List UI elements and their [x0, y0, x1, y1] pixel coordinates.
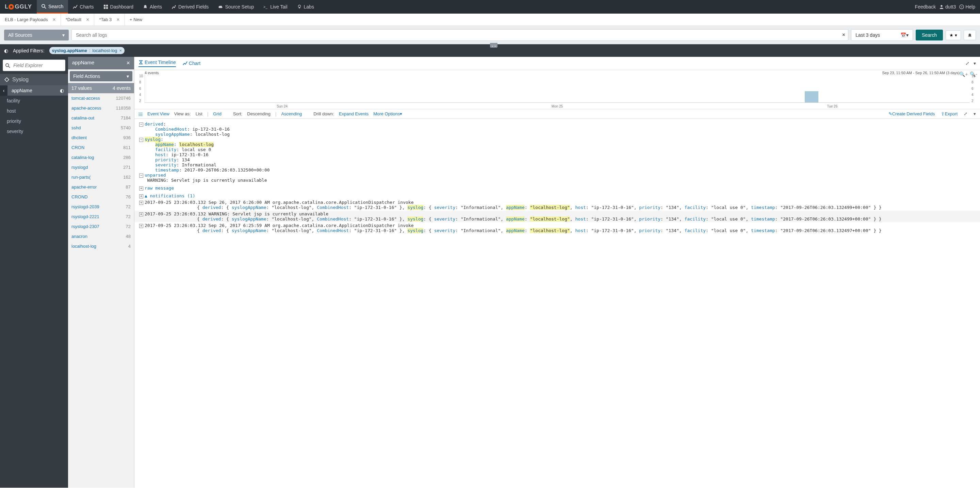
- value-row[interactable]: anacron48: [68, 231, 134, 241]
- value-row[interactable]: tomcat-access120746: [68, 93, 134, 103]
- tab-item[interactable]: *Tab 3×: [94, 14, 124, 25]
- notifications[interactable]: notifications (1): [150, 193, 195, 199]
- value-row[interactable]: rsyslogd-203972: [68, 202, 134, 212]
- value-row[interactable]: rsyslogd-222172: [68, 212, 134, 221]
- collapse-caret-icon[interactable]: ‹: [0, 86, 8, 95]
- view-grid[interactable]: Grid: [213, 111, 221, 116]
- value-count: 4: [128, 244, 130, 249]
- expand-icon[interactable]: +: [139, 224, 143, 228]
- filters-toggle-icon[interactable]: ◐: [4, 48, 8, 53]
- raw-message[interactable]: raw message: [145, 186, 174, 191]
- close-icon[interactable]: ×: [52, 17, 56, 23]
- value-row[interactable]: catalina-out7184: [68, 113, 134, 123]
- chart-icon: [73, 5, 78, 9]
- search-input[interactable]: [72, 29, 848, 41]
- value-name: anacron: [72, 234, 88, 239]
- value-row[interactable]: run-parts(162: [68, 172, 134, 182]
- pin-icon[interactable]: ◐: [60, 88, 64, 93]
- value-count: 162: [123, 175, 130, 180]
- nav-label: Live Tail: [270, 4, 287, 10]
- value-row[interactable]: localhost-log4: [68, 241, 134, 251]
- nav-live-tail[interactable]: >_ Live Tail: [259, 0, 292, 14]
- chevron-down-icon[interactable]: ▾: [974, 111, 976, 116]
- tree-item-appname[interactable]: appName ◐: [8, 86, 68, 95]
- field-explorer-input[interactable]: [3, 60, 65, 71]
- expand-icon[interactable]: +: [139, 194, 143, 199]
- user-menu[interactable]: dutt3: [939, 4, 956, 10]
- value-name: rsyslogd-2039: [72, 204, 99, 209]
- value-row[interactable]: rsyslogd-230772: [68, 221, 134, 231]
- expand-icon[interactable]: +: [139, 186, 143, 191]
- value-row[interactable]: dhclient936: [68, 133, 134, 143]
- tree-item-facility[interactable]: facility: [3, 95, 68, 106]
- search-icon: [41, 4, 46, 9]
- expand-icon[interactable]: +: [139, 201, 143, 205]
- value-row[interactable]: CRON811: [68, 143, 134, 153]
- expand-icon[interactable]: +: [139, 212, 143, 216]
- expand-icon[interactable]: ⤢: [964, 111, 967, 116]
- value-row[interactable]: apache-error87: [68, 182, 134, 192]
- remove-filter-icon[interactable]: ×: [119, 48, 122, 53]
- nav-source-setup[interactable]: Source Setup: [213, 0, 259, 14]
- filter-pill[interactable]: syslog.appName : localhost-log ×: [49, 47, 125, 54]
- favorite-button[interactable]: ★ ▾: [946, 30, 961, 40]
- clear-icon[interactable]: ×: [842, 32, 845, 37]
- value-row[interactable]: apache-access118358: [68, 103, 134, 113]
- view-list[interactable]: List: [196, 111, 202, 116]
- bulb-icon: [297, 5, 302, 9]
- close-icon[interactable]: ×: [126, 60, 130, 67]
- svg-line-1: [45, 7, 46, 8]
- create-derived-fields[interactable]: ✎Create Derived Fields: [888, 111, 935, 116]
- svg-rect-2: [103, 5, 105, 6]
- tab-chart[interactable]: Chart: [183, 60, 200, 66]
- value-row[interactable]: catalina-log286: [68, 153, 134, 162]
- tab-item[interactable]: *Default×: [61, 14, 95, 25]
- expand-icon[interactable]: ⤢: [966, 60, 969, 66]
- search-button[interactable]: Search: [916, 30, 943, 40]
- help-link[interactable]: ? Help: [959, 4, 975, 10]
- chevron-down-icon[interactable]: ▾: [974, 60, 976, 66]
- close-icon[interactable]: ×: [116, 17, 119, 23]
- collapse-icon[interactable]: −: [139, 173, 143, 178]
- chart-bar[interactable]: [805, 91, 818, 102]
- export-button[interactable]: ⇪Export: [941, 111, 958, 116]
- expand-events[interactable]: Expand Events: [339, 111, 369, 116]
- nav-dashboard[interactable]: Dashboard: [99, 0, 138, 14]
- event-row[interactable]: +2017-09-25 23:26:03.132 WARNING: Servle…: [134, 211, 980, 222]
- new-tab-button[interactable]: +New: [125, 14, 147, 25]
- nav-derived-fields[interactable]: Derived Fields: [167, 0, 213, 14]
- collapse-icon[interactable]: −: [139, 138, 143, 142]
- more-options[interactable]: More Options▾: [373, 111, 402, 116]
- svg-point-14: [6, 64, 9, 67]
- field-actions-dropdown[interactable]: Field Actions ▾: [70, 71, 132, 81]
- sort-asc[interactable]: Ascending: [281, 111, 302, 116]
- nav-search[interactable]: Search: [37, 0, 68, 14]
- value-name: sshd: [72, 125, 81, 130]
- svg-text:?: ?: [961, 5, 963, 9]
- tab-item[interactable]: ELB - Large Payloads×: [0, 14, 61, 25]
- svg-point-0: [42, 4, 45, 7]
- value-row[interactable]: rsyslogd271: [68, 162, 134, 172]
- tab-event-timeline[interactable]: Event Timeline: [138, 60, 176, 67]
- syslog-header[interactable]: Syslog: [0, 74, 68, 86]
- tree-item-severity[interactable]: severity: [3, 126, 68, 137]
- event-view-toggle[interactable]: Event View: [147, 111, 169, 116]
- value-row[interactable]: sshd5740: [68, 123, 134, 133]
- tree-item-priority[interactable]: priority: [3, 116, 68, 126]
- value-row[interactable]: CROND76: [68, 192, 134, 202]
- collapse-icon[interactable]: −: [139, 122, 143, 127]
- sources-dropdown[interactable]: All Sources ▾: [4, 30, 69, 40]
- event-row[interactable]: +2017-09-25 23:26:03.132 Sep 26, 2017 6:…: [134, 222, 980, 234]
- nav-labs[interactable]: Labs: [292, 0, 319, 14]
- expand-down-icon[interactable]: ⌄⌄: [490, 43, 498, 48]
- time-range-dropdown[interactable]: Last 3 days 📅▾: [851, 29, 913, 41]
- tree-item-host[interactable]: host: [3, 106, 68, 116]
- feedback-link[interactable]: Feedback: [915, 4, 936, 10]
- search-bar: All Sources ▾ × Last 3 days 📅▾ Search ★ …: [0, 26, 980, 44]
- alert-button[interactable]: [964, 30, 976, 40]
- close-icon[interactable]: ×: [86, 17, 89, 23]
- sort-desc[interactable]: Descending: [247, 111, 270, 116]
- nav-charts[interactable]: Charts: [68, 0, 98, 14]
- event-row[interactable]: +2017-09-25 23:26:03.132 Sep 26, 2017 6:…: [134, 199, 980, 211]
- nav-alerts[interactable]: Alerts: [138, 0, 167, 14]
